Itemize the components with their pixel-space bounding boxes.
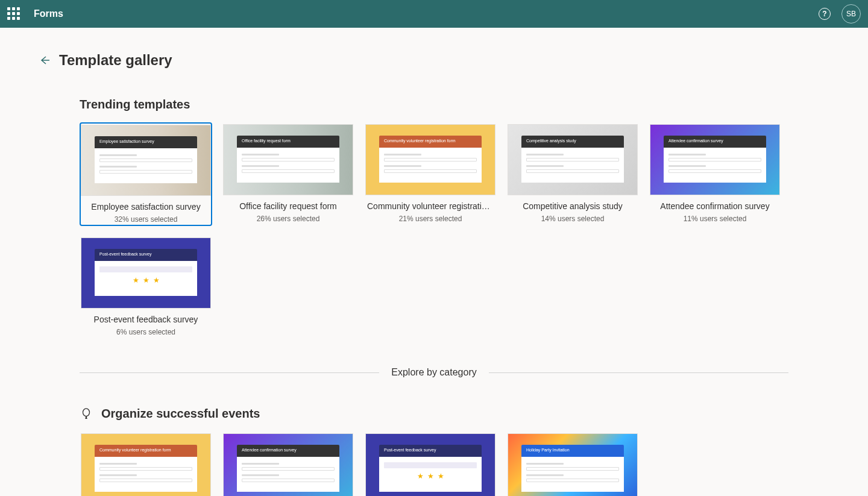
thumb-body (379, 148, 482, 183)
thumb-body (95, 148, 197, 183)
template-stats: 6% users selected (80, 328, 212, 336)
template-card[interactable]: Attendee confirmation surveyAttendee con… (649, 122, 781, 226)
template-stats: 26% users selected (222, 215, 354, 223)
template-name: Office facility request form (222, 201, 354, 211)
thumb-body (237, 457, 339, 492)
thumb-header: Office facility request form (237, 136, 339, 148)
template-card[interactable]: Community volunteer registration formCom… (364, 122, 497, 226)
thumb-body: ★★★ (95, 261, 197, 296)
template-name: Post-event feedback survey (80, 315, 212, 324)
thumb-header: Employee satisfaction survey (95, 136, 197, 148)
template-name: Competitive analysis study (507, 201, 638, 211)
app-brand[interactable]: Forms (34, 8, 63, 19)
balloon-icon (80, 407, 93, 421)
thumb-header: Attendee confirmation survey (664, 136, 766, 148)
template-card[interactable]: Employee satisfaction surveyEmployee sat… (80, 122, 212, 226)
template-thumbnail[interactable]: Attendee confirmation survey (650, 124, 780, 195)
trending-templates-grid: Employee satisfaction surveyEmployee sat… (80, 122, 829, 338)
thumb-header: Attendee confirmation survey (237, 445, 339, 457)
category1-templates-grid: Community volunteer registration formAtt… (80, 432, 829, 496)
thumb-body: ★★★ (379, 457, 482, 492)
template-thumbnail[interactable]: Holiday Party Invitation (508, 433, 638, 496)
template-stats: 32% users selected (81, 215, 211, 224)
template-thumbnail[interactable]: Post-event feedback survey★★★ (365, 433, 495, 496)
template-name: Community volunteer registratio… (365, 201, 496, 211)
template-thumbnail[interactable]: Competitive analysis study (508, 124, 638, 195)
category-title: Organize successful events (101, 407, 260, 421)
category-divider: Explore by category (80, 367, 788, 378)
section-trending-title: Trending templates (80, 98, 829, 111)
template-card[interactable]: Community volunteer registration form (80, 432, 212, 496)
app-header: Forms ? SB (0, 0, 868, 28)
thumb-header: Competitive analysis study (521, 136, 624, 148)
thumb-body (521, 457, 624, 492)
template-card[interactable]: Holiday Party Invitation (506, 432, 639, 496)
user-avatar[interactable]: SB (841, 4, 861, 24)
svg-point-0 (83, 408, 90, 416)
category-header: Organize successful events (80, 407, 829, 421)
thumb-header: Holiday Party Invitation (521, 445, 624, 457)
template-card[interactable]: Attendee confirmation survey (222, 432, 354, 496)
thumb-body (95, 457, 197, 492)
back-arrow-icon[interactable] (39, 54, 51, 66)
template-card[interactable]: Post-event feedback survey★★★Post-event … (80, 236, 212, 338)
template-stats: 21% users selected (365, 215, 496, 223)
page-title: Template gallery (59, 52, 172, 69)
template-thumbnail[interactable]: Office facility request form (223, 124, 353, 195)
template-name: Attendee confirmation survey (649, 201, 781, 211)
template-thumbnail[interactable]: Attendee confirmation survey (223, 433, 353, 496)
thumb-header: Community volunteer registration form (95, 445, 197, 457)
template-name: Employee satisfaction survey (81, 202, 211, 212)
thumb-body (521, 148, 624, 183)
thumb-header: Community volunteer registration form (379, 136, 482, 148)
template-thumbnail[interactable]: Post-event feedback survey★★★ (81, 237, 211, 309)
page-title-row: Template gallery (39, 52, 829, 69)
template-card[interactable]: Competitive analysis studyCompetitive an… (506, 122, 639, 226)
thumb-header: Post-event feedback survey (379, 445, 482, 457)
divider-label: Explore by category (391, 367, 476, 378)
template-thumbnail[interactable]: Community volunteer registration form (365, 124, 495, 195)
app-launcher-icon[interactable] (7, 7, 20, 20)
help-icon[interactable]: ? (819, 8, 831, 20)
template-stats: 11% users selected (649, 215, 781, 223)
thumb-header: Post-event feedback survey (95, 249, 197, 261)
template-card[interactable]: Office facility request formOffice facil… (222, 122, 354, 226)
template-card[interactable]: Post-event feedback survey★★★ (364, 432, 497, 496)
template-thumbnail[interactable]: Community volunteer registration form (81, 433, 211, 496)
template-thumbnail[interactable]: Employee satisfaction survey (81, 125, 211, 196)
thumb-body (664, 148, 766, 183)
thumb-body (237, 148, 339, 183)
template-stats: 14% users selected (507, 215, 638, 223)
